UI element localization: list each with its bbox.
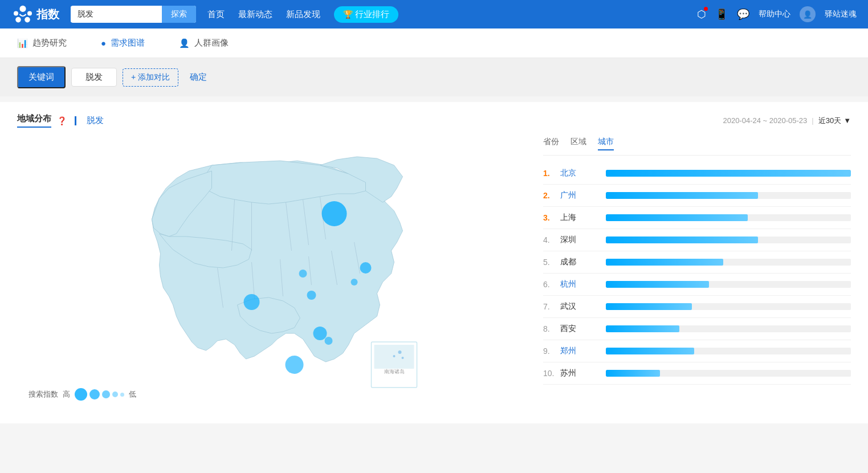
help-icon[interactable]: ❓	[57, 116, 67, 125]
nav-industry-rank[interactable]: 🏆 行业排行	[334, 6, 398, 23]
keyword-label-button[interactable]: 关键词	[17, 66, 66, 88]
legend-high: 高	[63, 389, 70, 399]
user-name[interactable]: 驿站迷魂	[825, 9, 857, 19]
table-row: 10.苏州	[543, 362, 851, 385]
tab-province[interactable]: 省份	[543, 137, 559, 150]
nanhai-label: 南海诸岛	[384, 369, 405, 374]
rank-city-name[interactable]: 杭州	[560, 279, 606, 289]
svg-point-17	[393, 355, 396, 357]
nav-home[interactable]: 首页	[207, 9, 225, 20]
logo-icon	[11, 4, 34, 25]
rank-city-name[interactable]: 郑州	[560, 346, 606, 356]
search-bar: 探索	[71, 6, 196, 23]
map-container: 南海诸岛 搜索指数 高 低	[17, 137, 532, 412]
rank-city-name[interactable]: 上海	[560, 213, 606, 223]
rank-city-name[interactable]: 成都	[560, 257, 606, 267]
map-bubble-guangdong	[313, 327, 327, 340]
rank-city-name[interactable]: 西安	[560, 324, 606, 334]
table-row: 6.杭州	[543, 274, 851, 296]
table-row: 2.广州	[543, 185, 851, 207]
rank-number: 2.	[543, 191, 560, 200]
svg-point-18	[402, 357, 404, 359]
add-comparison-button[interactable]: + 添加对比	[123, 68, 178, 87]
mobile-icon[interactable]: 📱	[715, 8, 728, 21]
confirm-button[interactable]: 确定	[184, 68, 213, 86]
subnav-demand-label: 需求图谱	[111, 38, 145, 48]
section-title-left: 地域分布 ❓ 脱发	[17, 113, 104, 128]
table-row: 9.郑州	[543, 340, 851, 362]
rank-bar-container	[606, 370, 851, 377]
rank-number: 1.	[543, 169, 560, 178]
rank-bar	[606, 214, 748, 221]
help-center[interactable]: 帮助中心	[759, 9, 790, 19]
circle-1	[75, 388, 87, 401]
svg-point-0	[19, 6, 26, 12]
rank-bar	[606, 237, 758, 243]
date-range: 2020-04-24 ~ 2020-05-23 | 近30天 ▼	[723, 116, 851, 126]
rank-bar-container	[606, 170, 851, 177]
rankings-container: 1.北京2.广州3.上海4.深圳5.成都6.杭州7.武汉8.西安9.郑州10.苏…	[543, 162, 851, 385]
logo-text: 指数	[36, 7, 59, 22]
section-header: 地域分布 ❓ 脱发 2020-04-24 ~ 2020-05-23 | 近30天…	[17, 113, 851, 128]
legend-circles	[75, 388, 124, 401]
sub-navigation: 📊 趋势研究 ● 需求图谱 👤 人群画像	[0, 28, 868, 58]
rank-bar	[606, 170, 851, 177]
rank-number: 3.	[543, 213, 560, 222]
search-button[interactable]: 探索	[162, 6, 196, 23]
tab-city[interactable]: 城市	[598, 137, 614, 150]
tab-row: 省份 区域 城市	[543, 137, 851, 156]
map-bubble-south	[286, 356, 304, 374]
subnav-trend[interactable]: 📊 趋势研究	[17, 38, 67, 48]
top-navigation: 指数 探索 首页 最新动态 新品发现 🏆 行业排行 ⬡ 📱 💬 帮助中心 👤 驿…	[0, 0, 868, 28]
search-input[interactable]	[71, 6, 162, 22]
rank-bar-container	[606, 259, 851, 266]
demand-icon: ●	[101, 38, 106, 48]
map-bubble-zhengzhou	[299, 270, 307, 278]
subnav-trend-label: 趋势研究	[32, 38, 67, 48]
svg-point-16	[398, 350, 402, 354]
map-bubble-chengdu	[244, 294, 260, 310]
rank-city-name[interactable]: 广州	[560, 190, 606, 201]
nav-new-products[interactable]: 新品发现	[286, 9, 320, 20]
table-row: 7.武汉	[543, 296, 851, 318]
map-bubble-shanghai	[360, 262, 372, 274]
map-bubble-shenzhen	[325, 337, 333, 345]
nav-latest[interactable]: 最新动态	[238, 9, 272, 20]
main-content: 地域分布 ❓ 脱发 2020-04-24 ~ 2020-05-23 | 近30天…	[0, 102, 868, 423]
china-map-svg: 南海诸岛	[17, 137, 532, 410]
rank-city-name[interactable]: 深圳	[560, 235, 606, 245]
rank-bar-container	[606, 303, 851, 310]
map-bubble-hangzhou	[351, 279, 358, 286]
rank-number: 7.	[543, 302, 560, 311]
code-icon[interactable]: ⬡	[697, 8, 706, 21]
rank-bar	[606, 325, 679, 332]
rank-number: 5.	[543, 258, 560, 267]
logo[interactable]: 指数	[11, 4, 59, 25]
section-title: 地域分布	[17, 113, 51, 128]
section-keyword: 脱发	[84, 115, 104, 126]
rank-city-name[interactable]: 苏州	[560, 368, 606, 378]
rank-city-name[interactable]: 武汉	[560, 301, 606, 312]
circle-3	[102, 390, 110, 398]
chevron-down-icon: ▼	[843, 116, 851, 125]
wechat-icon[interactable]: 💬	[737, 8, 749, 21]
rank-city-name[interactable]: 北京	[560, 168, 606, 178]
svg-point-3	[15, 17, 21, 23]
map-title-text: 搜索指数	[28, 389, 58, 399]
tab-region[interactable]: 区域	[570, 137, 586, 150]
table-row: 8.西安	[543, 318, 851, 340]
rank-bar	[606, 303, 692, 310]
subnav-demand[interactable]: ● 需求图谱	[101, 38, 145, 48]
subnav-portrait[interactable]: 👤 人群画像	[179, 38, 229, 48]
period-selector[interactable]: 近30天 ▼	[818, 116, 851, 126]
map-bubble-wuhan	[307, 291, 316, 300]
rank-bar	[606, 192, 758, 199]
circle-5	[120, 393, 124, 397]
date-range-text: 2020-04-24 ~ 2020-05-23	[723, 116, 807, 125]
rank-bar-container	[606, 348, 851, 354]
rank-bar-container	[606, 237, 851, 243]
rank-bar-container	[606, 214, 851, 221]
user-avatar[interactable]: 👤	[800, 6, 816, 22]
nav-links: 首页 最新动态 新品发现 🏆 行业排行	[207, 6, 697, 23]
rank-number: 6.	[543, 280, 560, 289]
